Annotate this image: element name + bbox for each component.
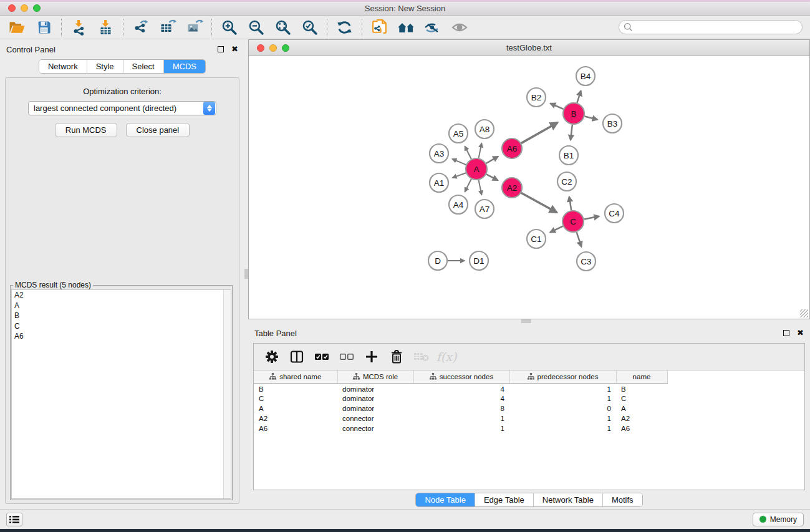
export-network-button[interactable] xyxy=(127,17,154,37)
network-overview-button[interactable] xyxy=(393,17,420,37)
mcds-result-item[interactable]: A2 xyxy=(12,290,231,301)
tab-style[interactable]: Style xyxy=(87,60,123,73)
edge-B-B4[interactable] xyxy=(577,90,581,102)
cell-predecessor-nodes[interactable]: 1 xyxy=(509,394,616,404)
delete-table-button[interactable] xyxy=(412,347,431,366)
close-window-button[interactable] xyxy=(8,4,16,12)
zoom-in-button[interactable] xyxy=(216,17,243,37)
cell-predecessor-nodes[interactable]: 1 xyxy=(509,423,616,433)
cell-name[interactable]: C xyxy=(616,394,667,404)
deselect-all-columns-button[interactable] xyxy=(337,347,356,366)
cell-name[interactable]: A2 xyxy=(616,414,667,423)
node-A1[interactable]: A1 xyxy=(430,173,448,192)
table-row[interactable]: Bdominator41B xyxy=(254,384,667,394)
mcds-result-item[interactable]: A xyxy=(12,301,231,311)
optimization-criterion-select[interactable]: largest connected component (directed) xyxy=(28,101,216,115)
cell-shared-name[interactable]: A2 xyxy=(254,414,337,423)
cell-name[interactable]: A xyxy=(616,404,667,414)
cell-name[interactable]: A6 xyxy=(616,423,667,433)
node-A4[interactable]: A4 xyxy=(449,195,468,214)
edge-A2-C[interactable] xyxy=(521,193,557,213)
mcds-result-item[interactable]: C xyxy=(12,321,231,332)
edge-A-A1[interactable] xyxy=(453,173,466,178)
mcds-result-item[interactable]: A6 xyxy=(12,331,231,342)
tab-node-table[interactable]: Node Table xyxy=(416,493,475,506)
minimize-window-button[interactable] xyxy=(21,4,28,12)
tab-network-table[interactable]: Network Table xyxy=(534,493,603,506)
cell-mcds-role[interactable]: connector xyxy=(337,423,413,433)
node-C1[interactable]: C1 xyxy=(527,230,546,248)
cell-mcds-role[interactable]: dominator xyxy=(337,384,413,394)
import-network-button[interactable] xyxy=(65,17,92,37)
zoom-out-button[interactable] xyxy=(243,17,269,37)
cell-predecessor-nodes[interactable]: 0 xyxy=(509,404,616,414)
cell-successor-nodes[interactable]: 4 xyxy=(413,394,509,404)
zoom-fit-content-button[interactable] xyxy=(269,17,296,37)
cell-successor-nodes[interactable]: 1 xyxy=(413,414,509,423)
hide-graphics-details-button[interactable] xyxy=(420,17,446,37)
edge-A-A3[interactable] xyxy=(452,159,466,165)
node-D1[interactable]: D1 xyxy=(470,251,488,270)
edge-C-C3[interactable] xyxy=(577,232,582,247)
network-minimize-button[interactable] xyxy=(269,44,277,52)
close-panel-button[interactable]: Close panel xyxy=(126,123,190,137)
node-C[interactable]: C xyxy=(562,211,584,232)
network-maximize-button[interactable] xyxy=(282,44,289,52)
cell-predecessor-nodes[interactable]: 1 xyxy=(509,384,616,394)
cell-successor-nodes[interactable]: 8 xyxy=(413,404,509,414)
node-C2[interactable]: C2 xyxy=(557,172,576,191)
tab-select[interactable]: Select xyxy=(123,60,164,73)
edge-A-A4[interactable] xyxy=(465,179,471,191)
table-close-icon[interactable]: ✖ xyxy=(797,330,804,336)
column-header-mcds-role[interactable]: MCDS role xyxy=(337,370,413,384)
column-header-name[interactable]: name xyxy=(616,370,667,384)
function-builder-button[interactable]: f(x) xyxy=(437,347,456,366)
node-A7[interactable]: A7 xyxy=(475,200,494,218)
edge-A-A8[interactable] xyxy=(479,143,482,158)
node-C4[interactable]: C4 xyxy=(605,204,624,223)
cell-shared-name[interactable]: C xyxy=(254,394,337,404)
column-header-predecessor-nodes[interactable]: predecessor nodes xyxy=(509,370,616,384)
maximize-window-button[interactable] xyxy=(33,4,41,12)
export-table-button[interactable] xyxy=(154,17,181,37)
memory-button[interactable]: Memory xyxy=(753,513,804,526)
cell-name[interactable]: B xyxy=(616,384,667,394)
cell-successor-nodes[interactable]: 4 xyxy=(413,384,509,394)
node-A2[interactable]: A2 xyxy=(502,178,522,198)
table-row[interactable]: Cdominator41C xyxy=(254,394,667,404)
node-B2[interactable]: B2 xyxy=(527,88,546,107)
apply-preferred-layout-button[interactable] xyxy=(331,17,358,37)
table-float-icon[interactable] xyxy=(783,330,789,336)
export-image-button[interactable] xyxy=(181,17,208,37)
edge-C-C2[interactable] xyxy=(569,196,571,210)
node-A3[interactable]: A3 xyxy=(430,144,448,163)
tab-motifs[interactable]: Motifs xyxy=(603,493,642,506)
column-header-shared-name[interactable]: shared name xyxy=(254,370,337,384)
clone-network-button[interactable] xyxy=(366,17,393,37)
edge-A-A6[interactable] xyxy=(486,157,498,163)
node-C3[interactable]: C3 xyxy=(577,252,595,271)
edge-A-A7[interactable] xyxy=(479,180,482,195)
node-A6[interactable]: A6 xyxy=(502,138,522,158)
cell-shared-name[interactable]: B xyxy=(254,384,337,394)
select-all-columns-button[interactable] xyxy=(312,347,331,366)
edge-A6-B[interactable] xyxy=(521,123,558,143)
table-row[interactable]: A2connector11A2 xyxy=(254,414,667,423)
network-canvas[interactable]: B4B2BB3A5A8A6A3B1AA1A2C2A4A7C4CC1C3DD1 xyxy=(249,56,809,319)
search-input[interactable] xyxy=(619,20,803,34)
horizontal-splitter[interactable] xyxy=(248,319,810,323)
edge-C-C1[interactable] xyxy=(550,226,563,233)
cell-predecessor-nodes[interactable]: 1 xyxy=(509,414,616,423)
edge-A-A5[interactable] xyxy=(465,146,471,158)
edge-B-B1[interactable] xyxy=(571,125,572,140)
tab-network[interactable]: Network xyxy=(39,60,87,73)
show-graphics-details-button[interactable] xyxy=(446,17,473,37)
edge-C-C4[interactable] xyxy=(584,216,599,220)
open-session-button[interactable] xyxy=(4,17,31,37)
horizontal-splitter-handle[interactable] xyxy=(521,319,531,323)
table-mode-button[interactable] xyxy=(263,347,281,366)
import-table-button[interactable] xyxy=(92,17,119,37)
close-panel-icon[interactable]: ✖ xyxy=(231,46,238,52)
node-D[interactable]: D xyxy=(428,251,447,270)
tab-mcds[interactable]: MCDS xyxy=(164,60,205,73)
